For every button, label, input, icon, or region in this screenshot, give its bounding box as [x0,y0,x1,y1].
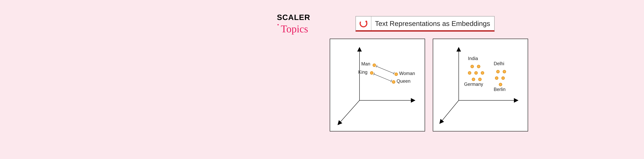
cluster-point [470,65,474,68]
cluster-label: Germany [464,82,483,87]
svg-point-1 [366,20,367,22]
cluster-point [495,76,498,80]
embedding-point [370,71,374,74]
embedding-diagram-clusters: IndiaDelhiGermanyBerlin [433,39,528,132]
cluster-label: India [468,56,478,61]
cluster-label: Delhi [494,61,504,66]
cluster-point [481,71,484,74]
title-banner: Text Representations as Embeddings [356,16,494,32]
cluster-point [477,65,480,68]
embedding-label: King [358,70,368,75]
svg-line-4 [339,100,360,124]
cluster-label: Berlin [494,87,506,92]
logo-dot-icon [278,24,279,26]
cluster-point [502,76,505,80]
cluster-point [474,71,478,74]
cluster-point [496,70,500,73]
embedding-point [394,72,398,76]
spinner-circle-icon [356,16,371,30]
svg-line-7 [441,100,459,122]
embedding-label: Queen [396,78,410,84]
logo-text-scaler: SCALER [277,13,326,22]
cluster-point [499,83,502,86]
axes-3d-icon [330,39,425,131]
embedding-label: Woman [399,71,415,76]
cluster-point [503,70,506,73]
embedding-diagram-analogy: ManKingWomanQueen [330,39,425,132]
title-text: Text Representations as Embeddings [371,20,494,28]
svg-point-0 [359,19,368,28]
embedding-label: Man [361,61,370,66]
diagram-container: ManKingWomanQueen IndiaDelhiGermanyBerli… [330,39,528,132]
embedding-point [392,80,395,84]
logo-text-topics: Topics [281,23,326,35]
cluster-point [468,71,471,74]
cluster-point [478,78,482,81]
cluster-point [472,78,475,81]
brand-logo: SCALER Topics [277,13,326,35]
embedding-point [372,64,376,67]
